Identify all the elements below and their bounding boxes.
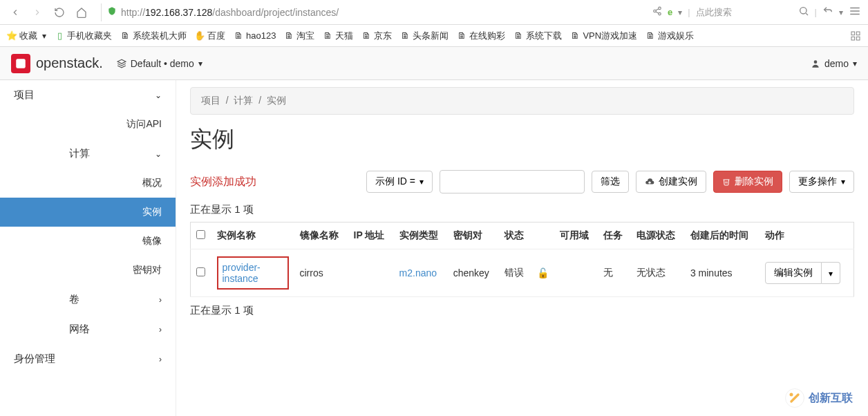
- sidebar-images[interactable]: 镜像: [0, 227, 176, 256]
- sidebar-volumes[interactable]: 卷 ›: [0, 285, 176, 314]
- filter-button[interactable]: 筛选: [592, 171, 629, 193]
- svg-point-16: [814, 60, 818, 64]
- cell-age: 3 minutes: [685, 249, 760, 297]
- cell-keypair: chenkey: [448, 249, 499, 297]
- col-actions: 动作: [760, 223, 853, 249]
- col-task: 任务: [598, 223, 631, 249]
- cell-power: 无状态: [631, 249, 685, 297]
- cell-status: 错误: [499, 249, 532, 297]
- chevron-down-icon: ▾: [829, 269, 833, 278]
- sidebar-network[interactable]: 网络 ›: [0, 314, 176, 344]
- col-age: 创建后的时间: [685, 223, 760, 249]
- browser-search-input[interactable]: 点此搜索: [696, 6, 793, 19]
- filter-field-select[interactable]: 示例 ID =▾: [366, 171, 433, 193]
- sidebar-instances[interactable]: 实例: [0, 198, 176, 227]
- chevron-down-icon: ▾: [198, 59, 202, 68]
- back-button[interactable]: [7, 4, 23, 21]
- watermark: 创新互联: [785, 388, 853, 408]
- openstack-logo-icon: [11, 54, 30, 73]
- bookmark-link[interactable]: 🗎淘宝: [284, 30, 314, 42]
- project-selector[interactable]: Default • demo ▾: [117, 58, 202, 69]
- watermark-icon: [785, 388, 804, 408]
- svg-line-4: [656, 9, 659, 10]
- more-actions-button[interactable]: 更多操作▾: [789, 171, 854, 193]
- page-icon: 🗎: [457, 31, 466, 41]
- instance-name-link[interactable]: provider-instance: [223, 262, 261, 284]
- col-flavor: 实例类型: [394, 223, 448, 249]
- mobile-icon: ▯: [55, 31, 64, 41]
- breadcrumb-project[interactable]: 项目: [201, 95, 220, 106]
- share-icon[interactable]: [652, 6, 662, 18]
- svg-rect-11: [856, 32, 860, 35]
- bookmark-link[interactable]: 🗎游戏娱乐: [645, 30, 694, 42]
- menu-icon[interactable]: [849, 5, 861, 19]
- page-icon: 🗎: [513, 31, 523, 41]
- bookmark-link[interactable]: ✋百度: [195, 30, 225, 42]
- sidebar-keypairs[interactable]: 密钥对: [0, 256, 176, 285]
- sidebar-identity[interactable]: 身份管理 ›: [0, 344, 176, 374]
- edit-instance-button[interactable]: 编辑实例: [765, 262, 822, 284]
- showing-count-bottom: 正在显示 1 项: [190, 304, 854, 317]
- bookmark-link[interactable]: 🗎系统装机大师: [120, 30, 187, 42]
- page-icon: 🗎: [400, 31, 410, 41]
- search-icon[interactable]: [798, 6, 809, 19]
- breadcrumb-compute[interactable]: 计算: [234, 95, 253, 106]
- breadcrumb: 项目 / 计算 / 实例: [190, 87, 854, 115]
- mobile-favorites[interactable]: ▯ 手机收藏夹: [55, 30, 112, 42]
- bookmark-link[interactable]: 🗎系统下载: [513, 30, 562, 42]
- filter-input[interactable]: [440, 170, 585, 193]
- flavor-link[interactable]: m2.nano: [399, 267, 437, 278]
- bookmark-link[interactable]: 🗎在线购彩: [457, 30, 505, 42]
- favorites-button[interactable]: ⭐ 收藏▾: [7, 30, 46, 42]
- row-checkbox[interactable]: [196, 267, 205, 276]
- svg-line-6: [806, 13, 808, 15]
- sidebar-project[interactable]: 项目 ⌄: [0, 80, 176, 110]
- user-menu[interactable]: demo ▾: [811, 58, 857, 69]
- bookmark-link[interactable]: 🗎hao123: [234, 30, 276, 41]
- svg-point-2: [659, 12, 661, 15]
- table-row: provider-instance cirros m2.nano chenkey…: [191, 249, 854, 297]
- url-text: http://192.168.37.128/dashboard/project/…: [121, 7, 339, 18]
- layers-icon: [117, 59, 126, 68]
- svg-point-0: [659, 7, 661, 9]
- svg-rect-12: [851, 37, 855, 40]
- chevron-right-icon: ›: [159, 354, 162, 364]
- ie-icon[interactable]: e: [668, 7, 672, 17]
- bookmark-link[interactable]: 🗎天猫: [323, 30, 353, 42]
- bookmark-link[interactable]: 🗎京东: [361, 30, 392, 42]
- svg-rect-14: [16, 59, 26, 68]
- select-all-checkbox[interactable]: [196, 230, 205, 239]
- svg-marker-15: [117, 59, 126, 64]
- showing-count-top: 正在显示 1 项: [190, 203, 854, 216]
- page-icon: 🗎: [120, 31, 130, 41]
- chevron-down-icon: ⌄: [155, 149, 162, 159]
- sidebar-overview[interactable]: 概况: [0, 169, 176, 198]
- chevron-right-icon: ›: [159, 295, 162, 305]
- row-actions-dropdown[interactable]: ▾: [822, 262, 840, 284]
- engine-chevron-icon[interactable]: ▾: [678, 8, 682, 17]
- sidebar-compute[interactable]: 计算 ⌄: [0, 139, 176, 169]
- undo-chevron-icon[interactable]: ▾: [839, 8, 843, 17]
- chevron-right-icon: ›: [159, 325, 162, 334]
- refresh-button[interactable]: [51, 4, 68, 21]
- openstack-logo[interactable]: openstack.: [11, 54, 103, 73]
- sidebar-api[interactable]: 访问API: [0, 110, 176, 139]
- extensions-button[interactable]: [850, 30, 861, 41]
- home-button[interactable]: [73, 4, 90, 21]
- svg-point-5: [800, 8, 806, 14]
- bookmark-link[interactable]: 🗎头条新闻: [400, 30, 449, 42]
- cell-zone: [554, 249, 598, 297]
- svg-point-1: [654, 10, 657, 12]
- chevron-down-icon: ▾: [853, 59, 857, 68]
- svg-point-17: [790, 393, 793, 397]
- forward-button[interactable]: [29, 4, 46, 21]
- delete-instance-button[interactable]: 删除实例: [713, 171, 782, 193]
- page-icon: 🗎: [570, 31, 580, 41]
- col-keypair: 密钥对: [448, 223, 499, 249]
- unlock-icon: 🔓: [537, 267, 549, 278]
- undo-icon[interactable]: [822, 6, 833, 19]
- page-icon: 🗎: [645, 31, 655, 41]
- bookmark-link[interactable]: 🗎VPN游戏加速: [570, 30, 637, 42]
- url-bar[interactable]: http://192.168.37.128/dashboard/project/…: [101, 3, 550, 21]
- create-instance-button[interactable]: 创建实例: [636, 171, 706, 193]
